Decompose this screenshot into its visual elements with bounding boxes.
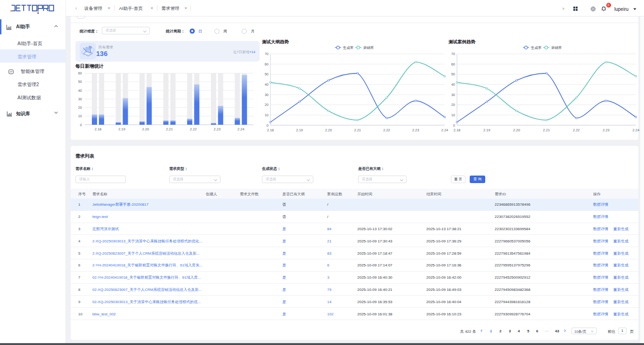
svg-text:2.23: 2.23 xyxy=(603,128,610,132)
svg-text:60: 60 xyxy=(78,71,82,75)
svg-text:生成率: 生成率 xyxy=(342,46,354,50)
svg-text:2.23: 2.23 xyxy=(412,128,419,132)
svg-text:10: 10 xyxy=(78,114,82,118)
svg-text:50: 50 xyxy=(265,72,269,76)
svg-text:2.24: 2.24 xyxy=(441,128,448,132)
svg-text:2.18: 2.18 xyxy=(267,128,274,132)
svg-text:10: 10 xyxy=(451,113,455,117)
svg-text:60: 60 xyxy=(451,62,455,66)
svg-text:采纳率: 采纳率 xyxy=(551,46,562,50)
svg-text:0: 0 xyxy=(80,123,82,127)
svg-text:20: 20 xyxy=(451,103,455,107)
svg-text:70: 70 xyxy=(265,52,269,56)
svg-text:50: 50 xyxy=(78,80,82,84)
svg-text:2.21: 2.21 xyxy=(166,127,173,131)
svg-text:30: 30 xyxy=(265,93,269,97)
svg-text:20: 20 xyxy=(78,105,82,110)
svg-text:2.23: 2.23 xyxy=(213,127,220,131)
svg-text:30: 30 xyxy=(78,97,82,101)
svg-text:2.22: 2.22 xyxy=(383,128,390,132)
svg-text:40: 40 xyxy=(78,88,82,93)
svg-text:0: 0 xyxy=(267,123,269,128)
svg-text:2.22: 2.22 xyxy=(190,127,197,131)
svg-text:2.24: 2.24 xyxy=(237,127,245,131)
svg-text:60: 60 xyxy=(265,62,269,66)
svg-text:2.20: 2.20 xyxy=(142,127,149,131)
svg-text:50: 50 xyxy=(451,72,455,76)
svg-text:2.22: 2.22 xyxy=(573,128,580,132)
svg-text:10: 10 xyxy=(265,113,269,117)
svg-text:2.19: 2.19 xyxy=(483,128,490,132)
svg-text:0: 0 xyxy=(453,123,455,128)
svg-text:2.19: 2.19 xyxy=(296,128,303,132)
svg-text:2.19: 2.19 xyxy=(118,127,125,131)
svg-text:70: 70 xyxy=(451,52,455,56)
svg-text:2.18: 2.18 xyxy=(95,127,102,131)
svg-text:2.18: 2.18 xyxy=(454,128,461,132)
svg-text:2.24: 2.24 xyxy=(632,128,639,132)
svg-text:2.20: 2.20 xyxy=(325,128,332,132)
svg-text:采纳率: 采纳率 xyxy=(363,46,374,50)
svg-text:生成率: 生成率 xyxy=(530,46,542,50)
svg-text:20: 20 xyxy=(265,103,269,107)
svg-text:2.21: 2.21 xyxy=(354,128,361,132)
svg-text:2.20: 2.20 xyxy=(513,128,520,132)
svg-text:2.21: 2.21 xyxy=(543,128,550,132)
svg-text:40: 40 xyxy=(451,82,455,87)
svg-text:40: 40 xyxy=(265,82,269,87)
svg-text:30: 30 xyxy=(451,93,455,97)
